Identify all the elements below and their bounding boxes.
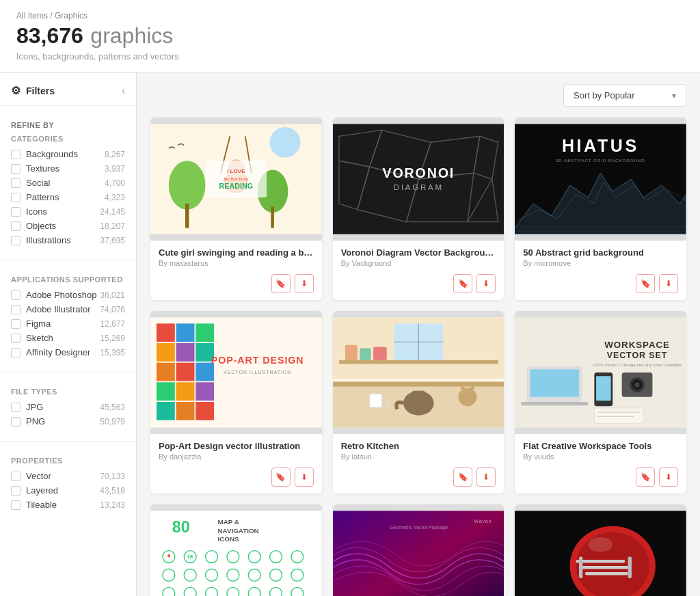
filter-checkbox[interactable]: [11, 178, 21, 188]
download-button[interactable]: ⬇: [295, 274, 314, 293]
filter-count: 45,563: [100, 403, 125, 412]
card-author: By iatsun: [341, 452, 496, 461]
filter-item: Tileable 13,243: [11, 498, 125, 512]
svg-text:3D ABSTRACT GRID BACKGROUND: 3D ABSTRACT GRID BACKGROUND: [556, 158, 645, 163]
filter-checkbox[interactable]: [11, 305, 21, 314]
filter-label: Adobe Illustrator: [26, 304, 91, 314]
card-actions: 🔖 ⬇: [333, 274, 504, 300]
download-button[interactable]: ⬇: [659, 468, 678, 487]
card-title: Voronoi Diagram Vector Backgrounds: [341, 247, 496, 258]
sort-dropdown[interactable]: Sort by Popular ▾: [563, 84, 686, 107]
filter-label: JPG: [26, 402, 43, 412]
filter-checkbox[interactable]: [11, 486, 21, 496]
svg-rect-41: [176, 382, 195, 401]
svg-text:100% Vector • Change into any : 100% Vector • Change into any color • Ed…: [593, 362, 682, 367]
svg-rect-44: [176, 402, 195, 420]
svg-text:📍: 📍: [165, 554, 173, 560]
svg-rect-119: [579, 557, 582, 578]
svg-rect-34: [157, 343, 175, 362]
filter-checkbox[interactable]: [11, 472, 21, 481]
filter-checkbox[interactable]: [11, 334, 21, 343]
filter-item: Backgrounds 8,267: [11, 147, 125, 161]
card-actions: 🔖 ⬇: [515, 274, 686, 300]
filter-label: Icons: [26, 206, 47, 217]
filter-checkbox[interactable]: [11, 193, 21, 202]
filter-checkbox[interactable]: [11, 290, 21, 300]
svg-rect-116: [576, 560, 625, 563]
filter-item: Textures 3,937: [11, 161, 125, 176]
card-image-voronoi: VORONOI DIAGRAM: [333, 118, 504, 241]
collapse-sidebar-button[interactable]: ‹: [122, 85, 125, 97]
filter-item: Affinity Designer 15,395: [11, 345, 125, 360]
bookmark-button[interactable]: 🔖: [271, 274, 291, 293]
bookmark-button[interactable]: 🔖: [636, 468, 655, 487]
filter-checkbox[interactable]: [11, 164, 21, 174]
card-image-popart: POP-ART DESIGN VECTOR ILLUSTRATION: [150, 311, 322, 434]
svg-rect-32: [176, 323, 195, 342]
bookmark-button[interactable]: 🔖: [453, 274, 472, 293]
filter-label: Tileable: [26, 500, 57, 510]
bookmark-button[interactable]: 🔖: [636, 274, 655, 293]
card-football: FOOTBALL FOOTBALL By Olexstudio 🔖 ⬇: [515, 504, 686, 596]
download-icon: ⬇: [665, 472, 672, 482]
card-title: Cute girl swinging and reading a book: [159, 247, 314, 258]
card-actions: 🔖 ⬇: [150, 274, 322, 300]
filter-checkbox[interactable]: [11, 236, 21, 245]
svg-rect-40: [157, 382, 175, 401]
filter-checkbox[interactable]: [11, 348, 21, 357]
filter-item: Patterns 4,323: [11, 190, 125, 204]
toolbar: Sort by Popular ▾: [150, 84, 686, 107]
svg-rect-35: [176, 343, 195, 362]
filter-checkbox[interactable]: [11, 207, 21, 217]
svg-rect-42: [196, 382, 214, 401]
download-button[interactable]: ⬇: [476, 274, 496, 293]
download-button[interactable]: ⬇: [476, 468, 496, 487]
card-image-workspace: WORKSPACE VECTOR SET 100% Vector • Chang…: [515, 311, 686, 434]
bookmark-icon: 🔖: [458, 472, 468, 482]
filter-item: Icons 24,145: [11, 204, 125, 219]
svg-rect-55: [360, 348, 371, 360]
svg-text:VORONOI: VORONOI: [382, 165, 455, 180]
svg-rect-118: [585, 572, 628, 575]
download-button[interactable]: ⬇: [295, 468, 314, 487]
filter-checkbox[interactable]: [11, 150, 21, 159]
filter-count: 18,207: [100, 221, 125, 231]
svg-rect-54: [345, 345, 358, 360]
card-girl: I LOVE My first book READING Cute girl s…: [150, 118, 322, 300]
download-button[interactable]: ⬇: [659, 274, 678, 293]
filter-count: 37,695: [100, 236, 125, 245]
categories-list: Backgrounds 8,267 Textures 3,937 Social …: [11, 147, 125, 247]
filter-item: Vector 70,133: [11, 469, 125, 483]
bookmark-icon: 🔖: [458, 279, 468, 288]
filter-item: Illustrations 37,695: [11, 233, 125, 247]
svg-text:I LOVE: I LOVE: [227, 168, 245, 174]
filter-icon: ⚙: [11, 84, 21, 97]
svg-rect-73: [596, 376, 610, 401]
bookmark-icon: 🔖: [641, 279, 651, 288]
filter-checkbox[interactable]: [11, 221, 21, 231]
bookmark-button[interactable]: 🔖: [271, 468, 291, 487]
content-area: Sort by Popular ▾ I LOVE My first book: [137, 73, 700, 596]
bookmark-button[interactable]: 🔖: [453, 468, 472, 487]
svg-rect-117: [582, 566, 632, 569]
filter-checkbox[interactable]: [11, 319, 21, 329]
filter-checkbox[interactable]: [11, 403, 21, 412]
svg-text:My first book: My first book: [224, 176, 249, 181]
filter-checkbox[interactable]: [11, 500, 21, 510]
filter-label: Vector: [26, 471, 51, 481]
card-info: 50 Abstract grid background By micromove: [515, 241, 686, 274]
filter-label: Textures: [26, 163, 59, 174]
filter-label: Affinity Designer: [26, 347, 90, 357]
filter-count: 15,269: [100, 334, 125, 343]
filters-label: Filters: [26, 85, 55, 96]
page-title-suffix: graphics: [90, 23, 173, 48]
filter-checkbox[interactable]: [11, 417, 21, 426]
items-grid: I LOVE My first book READING Cute girl s…: [150, 118, 686, 596]
filter-item: Layered 43,518: [11, 483, 125, 498]
card-author: By Vackground: [341, 259, 496, 267]
filter-label: Backgrounds: [26, 149, 78, 159]
card-voronoi: VORONOI DIAGRAM Voronoi Diagram Vector B…: [333, 118, 504, 300]
svg-text:ICONS: ICONS: [217, 535, 239, 543]
bookmark-icon: 🔖: [275, 472, 286, 482]
filter-label: Patterns: [26, 192, 59, 202]
